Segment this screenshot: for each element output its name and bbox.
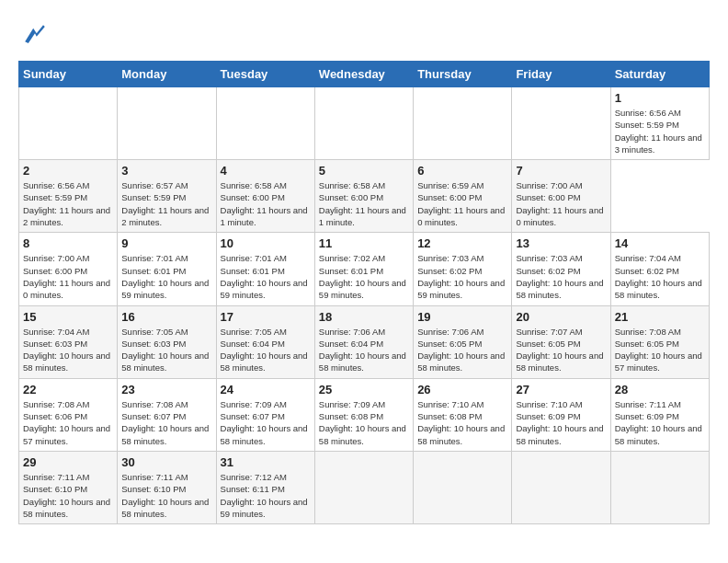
- calendar-cell: 13Sunrise: 7:03 AMSunset: 6:02 PMDayligh…: [512, 233, 610, 305]
- calendar-cell: [314, 87, 413, 160]
- day-number: 24: [221, 383, 311, 396]
- day-info: Sunrise: 7:03 AMSunset: 6:02 PMDaylight:…: [417, 252, 507, 301]
- calendar-cell: 25Sunrise: 7:09 AMSunset: 6:08 PMDayligh…: [314, 378, 413, 451]
- day-info: Sunrise: 7:09 AMSunset: 6:07 PMDaylight:…: [221, 398, 311, 447]
- calendar-cell: 3Sunrise: 6:57 AMSunset: 5:59 PMDaylight…: [118, 160, 216, 233]
- calendar-cell: 17Sunrise: 7:05 AMSunset: 6:04 PMDayligh…: [216, 305, 314, 378]
- calendar-cell: 10Sunrise: 7:01 AMSunset: 6:01 PMDayligh…: [216, 233, 314, 305]
- calendar-cell: 18Sunrise: 7:06 AMSunset: 6:04 PMDayligh…: [314, 305, 413, 378]
- header-wednesday: Wednesday: [314, 62, 413, 87]
- day-info: Sunrise: 7:05 AMSunset: 6:03 PMDaylight:…: [121, 326, 211, 374]
- day-number: 23: [121, 383, 211, 396]
- calendar-cell: [414, 87, 512, 160]
- day-info: Sunrise: 7:06 AMSunset: 6:05 PMDaylight:…: [417, 326, 507, 374]
- day-number: 27: [516, 383, 606, 396]
- day-info: Sunrise: 6:58 AMSunset: 6:00 PMDaylight:…: [319, 179, 409, 228]
- calendar-week-row: 8Sunrise: 7:00 AMSunset: 6:00 PMDaylight…: [19, 233, 710, 305]
- day-info: Sunrise: 6:56 AMSunset: 5:59 PMDaylight:…: [23, 179, 113, 228]
- day-number: 6: [417, 164, 507, 178]
- calendar-week-row: 2Sunrise: 6:56 AMSunset: 5:59 PMDaylight…: [19, 160, 710, 233]
- calendar-week-row: 1Sunrise: 6:56 AMSunset: 5:59 PMDaylight…: [19, 87, 710, 160]
- calendar-cell: 9Sunrise: 7:01 AMSunset: 6:01 PMDaylight…: [118, 233, 216, 305]
- calendar-cell: 28Sunrise: 7:11 AMSunset: 6:09 PMDayligh…: [610, 378, 709, 451]
- day-number: 16: [121, 310, 211, 324]
- calendar-cell: [19, 87, 118, 160]
- day-number: 7: [516, 164, 606, 178]
- day-info: Sunrise: 7:09 AMSunset: 6:08 PMDaylight:…: [319, 398, 409, 447]
- day-number: 17: [221, 310, 311, 324]
- day-number: 21: [615, 310, 705, 324]
- calendar-week-row: 29Sunrise: 7:11 AMSunset: 6:10 PMDayligh…: [19, 451, 710, 523]
- header-tuesday: Tuesday: [216, 62, 314, 87]
- day-info: Sunrise: 7:01 AMSunset: 6:01 PMDaylight:…: [121, 252, 211, 301]
- calendar-cell: 5Sunrise: 6:58 AMSunset: 6:00 PMDaylight…: [314, 160, 413, 233]
- calendar-cell: 14Sunrise: 7:04 AMSunset: 6:02 PMDayligh…: [610, 233, 709, 305]
- logo: [18, 18, 57, 52]
- day-info: Sunrise: 7:05 AMSunset: 6:04 PMDaylight:…: [221, 326, 311, 374]
- calendar-cell: 21Sunrise: 7:08 AMSunset: 6:05 PMDayligh…: [610, 305, 709, 378]
- calendar-cell: 6Sunrise: 6:59 AMSunset: 6:00 PMDaylight…: [414, 160, 512, 233]
- day-number: 30: [121, 455, 211, 469]
- day-info: Sunrise: 7:10 AMSunset: 6:09 PMDaylight:…: [516, 398, 606, 447]
- calendar-cell: 20Sunrise: 7:07 AMSunset: 6:05 PMDayligh…: [512, 305, 610, 378]
- day-number: 26: [417, 383, 507, 396]
- day-number: 22: [23, 383, 113, 396]
- day-info: Sunrise: 6:57 AMSunset: 5:59 PMDaylight:…: [121, 179, 211, 228]
- day-info: Sunrise: 7:07 AMSunset: 6:05 PMDaylight:…: [516, 326, 606, 374]
- day-number: 18: [319, 310, 409, 324]
- day-number: 29: [23, 455, 113, 469]
- header-monday: Monday: [118, 62, 216, 87]
- header-friday: Friday: [512, 62, 610, 87]
- header-thursday: Thursday: [414, 62, 512, 87]
- calendar-cell: [610, 451, 709, 523]
- calendar-table: SundayMondayTuesdayWednesdayThursdayFrid…: [18, 61, 710, 524]
- calendar-week-row: 15Sunrise: 7:04 AMSunset: 6:03 PMDayligh…: [19, 305, 710, 378]
- calendar-cell: 22Sunrise: 7:08 AMSunset: 6:06 PMDayligh…: [19, 378, 118, 451]
- header-sunday: Sunday: [19, 62, 118, 87]
- day-info: Sunrise: 7:04 AMSunset: 6:02 PMDaylight:…: [615, 252, 705, 301]
- day-number: 1: [615, 91, 705, 105]
- calendar-cell: 24Sunrise: 7:09 AMSunset: 6:07 PMDayligh…: [216, 378, 314, 451]
- calendar-cell: [314, 451, 413, 523]
- calendar-cell: 4Sunrise: 6:58 AMSunset: 6:00 PMDaylight…: [216, 160, 314, 233]
- calendar-cell: 2Sunrise: 6:56 AMSunset: 5:59 PMDaylight…: [19, 160, 118, 233]
- header-saturday: Saturday: [610, 62, 709, 87]
- day-number: 31: [221, 455, 311, 469]
- calendar-cell: 23Sunrise: 7:08 AMSunset: 6:07 PMDayligh…: [118, 378, 216, 451]
- day-number: 28: [615, 383, 705, 396]
- calendar-cell: 7Sunrise: 7:00 AMSunset: 6:00 PMDaylight…: [512, 160, 610, 233]
- day-info: Sunrise: 7:11 AMSunset: 6:10 PMDaylight:…: [23, 471, 113, 520]
- day-info: Sunrise: 7:02 AMSunset: 6:01 PMDaylight:…: [319, 252, 409, 301]
- calendar-cell: [118, 87, 216, 160]
- calendar-header-row: SundayMondayTuesdayWednesdayThursdayFrid…: [19, 62, 710, 87]
- calendar-cell: 12Sunrise: 7:03 AMSunset: 6:02 PMDayligh…: [414, 233, 512, 305]
- calendar-cell: 19Sunrise: 7:06 AMSunset: 6:05 PMDayligh…: [414, 305, 512, 378]
- calendar-cell: 30Sunrise: 7:11 AMSunset: 6:10 PMDayligh…: [118, 451, 216, 523]
- calendar-cell: 27Sunrise: 7:10 AMSunset: 6:09 PMDayligh…: [512, 378, 610, 451]
- day-info: Sunrise: 7:08 AMSunset: 6:06 PMDaylight:…: [23, 398, 113, 447]
- calendar-week-row: 22Sunrise: 7:08 AMSunset: 6:06 PMDayligh…: [19, 378, 710, 451]
- day-info: Sunrise: 7:00 AMSunset: 6:00 PMDaylight:…: [23, 252, 113, 301]
- calendar-cell: 11Sunrise: 7:02 AMSunset: 6:01 PMDayligh…: [314, 233, 413, 305]
- calendar-cell: 26Sunrise: 7:10 AMSunset: 6:08 PMDayligh…: [414, 378, 512, 451]
- calendar-cell: 31Sunrise: 7:12 AMSunset: 6:11 PMDayligh…: [216, 451, 314, 523]
- day-info: Sunrise: 6:58 AMSunset: 6:00 PMDaylight:…: [221, 179, 311, 228]
- day-info: Sunrise: 6:56 AMSunset: 5:59 PMDaylight:…: [615, 107, 705, 155]
- logo-icon: [18, 18, 51, 52]
- day-number: 9: [121, 236, 211, 250]
- calendar-cell: [216, 87, 314, 160]
- day-info: Sunrise: 7:10 AMSunset: 6:08 PMDaylight:…: [417, 398, 507, 447]
- calendar-cell: 15Sunrise: 7:04 AMSunset: 6:03 PMDayligh…: [19, 305, 118, 378]
- day-info: Sunrise: 7:08 AMSunset: 6:07 PMDaylight:…: [121, 398, 211, 447]
- day-number: 10: [221, 236, 311, 250]
- day-info: Sunrise: 7:01 AMSunset: 6:01 PMDaylight:…: [221, 252, 311, 301]
- day-info: Sunrise: 7:06 AMSunset: 6:04 PMDaylight:…: [319, 326, 409, 374]
- day-info: Sunrise: 7:11 AMSunset: 6:09 PMDaylight:…: [615, 398, 705, 447]
- day-number: 2: [23, 164, 113, 178]
- day-info: Sunrise: 7:08 AMSunset: 6:05 PMDaylight:…: [615, 326, 705, 374]
- day-number: 3: [121, 164, 211, 178]
- day-number: 20: [516, 310, 606, 324]
- calendar-cell: 1Sunrise: 6:56 AMSunset: 5:59 PMDaylight…: [610, 87, 709, 160]
- calendar-cell: 29Sunrise: 7:11 AMSunset: 6:10 PMDayligh…: [19, 451, 118, 523]
- day-number: 8: [23, 236, 113, 250]
